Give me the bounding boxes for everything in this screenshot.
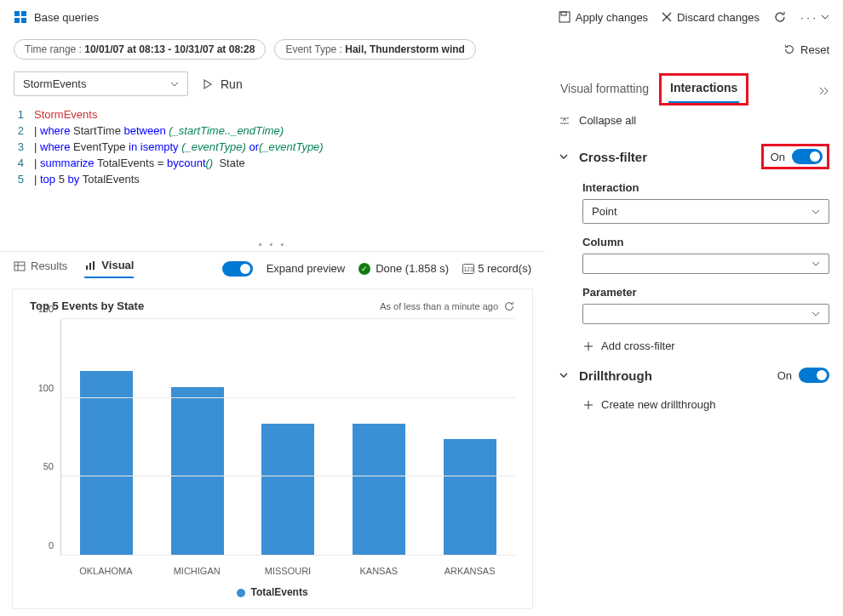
x-axis-label: MISSOURI: [247, 566, 329, 576]
chart-legend: TotalEvents: [30, 581, 515, 598]
chart-bar[interactable]: [80, 371, 133, 556]
crossfilter-toggle[interactable]: [792, 149, 823, 164]
refresh-button[interactable]: [773, 10, 787, 24]
chart-bar[interactable]: [353, 424, 405, 556]
run-button[interactable]: Run: [202, 77, 243, 91]
ellipsis-icon: · · ·: [800, 11, 816, 24]
column-select[interactable]: [582, 254, 829, 274]
chevron-down-icon: [170, 80, 179, 88]
chevron-down-icon[interactable]: [559, 370, 569, 380]
chevron-down-icon: [811, 260, 820, 268]
chart-bar[interactable]: [444, 439, 496, 556]
save-icon: [559, 11, 571, 23]
add-crossfilter-button[interactable]: Add cross-filter: [559, 333, 829, 359]
success-icon: ✓: [358, 263, 370, 275]
pane-splitter[interactable]: • • •: [0, 239, 545, 251]
tab-interactions[interactable]: Interactions: [668, 77, 739, 103]
highlighted-toggle: On: [761, 144, 829, 169]
interaction-label: Interaction: [559, 178, 829, 197]
chart-icon: [84, 260, 96, 271]
svg-rect-0: [14, 11, 20, 16]
query-status: ✓ Done (1.858 s): [358, 262, 449, 275]
plus-icon: [582, 340, 594, 352]
play-icon: [202, 78, 214, 90]
reset-icon: [783, 43, 795, 55]
parameter-select[interactable]: [582, 304, 829, 324]
collapse-all-button[interactable]: Collapse all: [559, 106, 829, 135]
page-title: Base queries: [34, 11, 99, 24]
x-axis-label: OKLAHOMA: [65, 566, 146, 576]
svg-rect-2: [14, 18, 20, 23]
event-type-filter[interactable]: Event Type : Hail, Thunderstorm wind: [274, 39, 476, 60]
refresh-icon[interactable]: [503, 300, 515, 312]
close-icon: [662, 12, 672, 22]
right-pane: Visual formatting Interactions Collapse …: [545, 65, 843, 616]
header-bar: Base queries Apply changes Discard chang…: [0, 0, 843, 34]
legend-color-icon: [237, 589, 245, 597]
source-dropdown[interactable]: StormEvents: [14, 71, 188, 96]
chevron-down-icon: [811, 208, 820, 216]
parameter-label: Parameter: [559, 282, 829, 302]
svg-rect-6: [14, 262, 25, 271]
apply-changes-button[interactable]: Apply changes: [559, 11, 648, 24]
tab-results[interactable]: Results: [14, 260, 67, 277]
highlighted-tab: Interactions: [659, 73, 748, 106]
expand-preview-toggle[interactable]: [222, 261, 253, 277]
expand-preview-label: Expand preview: [267, 262, 346, 275]
chevron-down-icon: [821, 13, 829, 21]
chevron-down-icon[interactable]: [559, 151, 569, 162]
chart-body: 050100150OKLAHOMAMICHIGANMISSOURIKANSASA…: [30, 319, 515, 581]
more-menu[interactable]: · · ·: [800, 11, 829, 24]
tab-visual[interactable]: Visual: [84, 259, 134, 278]
time-range-filter[interactable]: Time range : 10/01/07 at 08:13 - 10/31/0…: [14, 39, 266, 60]
svg-rect-7: [86, 265, 88, 270]
chart-panel: Top 5 Events by State As of less than a …: [12, 288, 533, 609]
refresh-icon: [773, 10, 787, 24]
collapse-icon: [559, 115, 571, 127]
record-count: 123 5 record(s): [462, 262, 531, 275]
query-editor[interactable]: 1StormEvents2| where StartTime between (…: [0, 103, 545, 239]
svg-rect-8: [89, 263, 91, 270]
app-icon: [14, 10, 27, 24]
chart-bar[interactable]: [171, 387, 224, 556]
svg-rect-9: [93, 261, 95, 270]
svg-rect-3: [21, 18, 26, 23]
interaction-select[interactable]: Point: [582, 199, 829, 224]
chart-bar[interactable]: [261, 424, 314, 556]
chevron-double-right-icon: [817, 85, 829, 97]
discard-changes-button[interactable]: Discard changes: [662, 11, 760, 24]
drillthrough-section: Drillthrough On: [559, 359, 829, 391]
svg-rect-1: [21, 11, 26, 16]
create-drillthrough-button[interactable]: Create new drillthrough: [559, 391, 829, 418]
svg-rect-5: [561, 12, 566, 15]
results-toolbar: Results Visual Expand preview ✓ Done (1.…: [0, 251, 545, 285]
drillthrough-toggle[interactable]: [799, 368, 829, 383]
reset-button[interactable]: Reset: [783, 43, 829, 56]
plus-icon: [582, 399, 594, 411]
records-icon: 123: [462, 264, 474, 274]
column-label: Column: [559, 232, 829, 252]
crossfilter-section: Cross-filter On: [559, 135, 829, 178]
x-axis-label: MICHIGAN: [156, 566, 238, 576]
table-icon: [14, 260, 26, 272]
chevron-down-icon: [811, 310, 820, 318]
left-pane: StormEvents Run 1StormEvents2| where Sta…: [0, 65, 545, 616]
svg-text:123: 123: [463, 265, 473, 271]
filter-bar: Time range : 10/01/07 at 08:13 - 10/31/0…: [0, 34, 843, 65]
x-axis-label: KANSAS: [338, 566, 420, 576]
chart-timestamp: As of less than a minute ago: [380, 300, 515, 312]
tab-visual-formatting[interactable]: Visual formatting: [559, 78, 651, 104]
x-axis-label: ARKANSAS: [429, 566, 511, 576]
expand-pane-button[interactable]: [817, 85, 829, 97]
